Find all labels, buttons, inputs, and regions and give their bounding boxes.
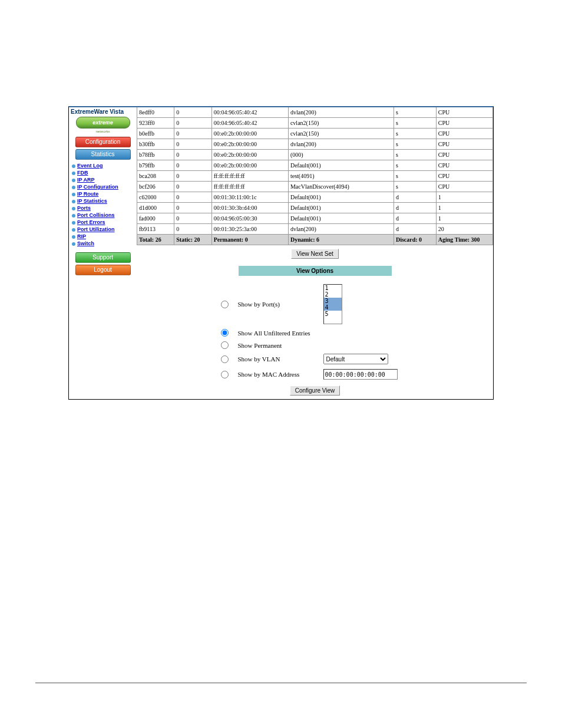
- mac-cell: ff:ff:ff:ff:ff:ff: [211, 171, 288, 182]
- logout-button[interactable]: Logout: [75, 265, 131, 275]
- col2-cell: 0: [174, 107, 211, 118]
- show-by-mac-label: Show by MAC Address: [238, 371, 318, 378]
- flag-cell: s: [394, 150, 436, 160]
- hash-cell: c62000: [137, 192, 174, 203]
- col2-cell: 0: [174, 224, 211, 235]
- bullet-icon: [72, 214, 75, 218]
- col2-cell: 0: [174, 182, 211, 192]
- nav-item-port-collisions[interactable]: Port Collisions: [71, 212, 135, 219]
- port-cell: CPU: [436, 160, 492, 171]
- col2-cell: 0: [174, 213, 211, 224]
- mac-cell: 00:01:30:25:3a:00: [211, 224, 288, 235]
- port-cell: 1: [436, 203, 492, 213]
- col2-cell: 0: [174, 192, 211, 203]
- nav-item-port-utilization[interactable]: Port Utilization: [71, 226, 135, 233]
- col2-cell: 0: [174, 171, 211, 182]
- flag-cell: d: [394, 213, 436, 224]
- mac-cell: 00:01:30:3b:d4:00: [211, 203, 288, 213]
- hash-cell: b78ffb: [137, 150, 174, 160]
- brand-logo-text: extreme: [76, 117, 130, 129]
- fdb-table: 8edff0000:04:96:05:40:42dvlan(200)sCPU92…: [137, 107, 493, 245]
- col2-cell: 0: [174, 139, 211, 150]
- nav-list: Event Log FDB IP ARP IP Configuration IP…: [71, 162, 135, 247]
- vlan-cell: cvlan2(150): [288, 118, 394, 129]
- port-cell: CPU: [436, 171, 492, 182]
- hash-cell: b0effb: [137, 129, 174, 139]
- table-row: b78ffb000:e0:2b:00:00:00(000)sCPU: [137, 150, 493, 160]
- bullet-icon: [72, 235, 75, 239]
- mac-address-input[interactable]: [323, 369, 398, 380]
- bullet-icon: [72, 207, 75, 210]
- mac-cell: 00:e0:2b:00:00:00: [211, 160, 288, 171]
- nav-item-ports[interactable]: Ports: [71, 205, 135, 212]
- port-cell: 1: [436, 213, 492, 224]
- port-option[interactable]: 3: [324, 298, 342, 304]
- hash-cell: b79ffb: [137, 160, 174, 171]
- hash-cell: 923ff0: [137, 118, 174, 129]
- nav-item-fdb[interactable]: FDB: [71, 169, 135, 176]
- bullet-icon: [72, 172, 75, 175]
- show-by-ports-label: Show by Port(s): [238, 301, 318, 308]
- vlan-select[interactable]: Default: [323, 354, 388, 364]
- flag-cell: d: [394, 224, 436, 235]
- vlan-cell: Default(001): [288, 213, 394, 224]
- port-option[interactable]: 4: [324, 304, 342, 311]
- nav-item-event-log[interactable]: Event Log: [71, 162, 135, 169]
- show-by-vlan-radio[interactable]: [221, 355, 229, 363]
- nav-item-ip-configuration[interactable]: IP Configuration: [71, 183, 135, 190]
- col2-cell: 0: [174, 129, 211, 139]
- configure-view-button[interactable]: Configure View: [290, 386, 340, 396]
- brand-logo: extreme: [71, 117, 135, 129]
- mac-cell: ff:ff:ff:ff:ff:ff: [211, 182, 288, 192]
- nav-item-port-errors[interactable]: Port Errors: [71, 219, 135, 226]
- vlan-cell: Default(001): [288, 203, 394, 213]
- nav-item-rip[interactable]: RIP: [71, 233, 135, 240]
- view-options-header: View Options: [239, 266, 392, 276]
- view-next-set-button[interactable]: View Next Set: [291, 249, 339, 259]
- brand-title: ExtremeWare Vista: [71, 108, 135, 115]
- show-all-radio[interactable]: [221, 329, 229, 337]
- show-all-label: Show All Unfiltered Entries: [238, 330, 310, 337]
- show-by-mac-radio[interactable]: [221, 371, 229, 378]
- bullet-icon: [72, 164, 75, 168]
- mac-cell: 00:e0:2b:00:00:00: [211, 139, 288, 150]
- table-row: c62000000:01:30:11:00:1cDefault(001)d1: [137, 192, 493, 203]
- flag-cell: s: [394, 118, 436, 129]
- summary-static: Static: 20: [174, 235, 211, 245]
- show-permanent-radio[interactable]: [221, 341, 229, 349]
- table-row: 8edff0000:04:96:05:40:42dvlan(200)sCPU: [137, 107, 493, 118]
- flag-cell: s: [394, 129, 436, 139]
- mac-cell: 00:e0:2b:00:00:00: [211, 150, 288, 160]
- support-button[interactable]: Support: [75, 252, 131, 263]
- bullet-icon: [72, 179, 75, 182]
- port-list-select[interactable]: 12345: [323, 284, 342, 324]
- table-row: 923ff0000:04:96:05:40:42cvlan2(150)sCPU: [137, 118, 493, 129]
- flag-cell: s: [394, 182, 436, 192]
- nav-item-ip-route[interactable]: IP Route: [71, 190, 135, 197]
- port-cell: CPU: [436, 139, 492, 150]
- port-option[interactable]: 5: [324, 311, 342, 317]
- table-row: bca2080ff:ff:ff:ff:ff:fftest(4091)sCPU: [137, 171, 493, 182]
- statistics-button[interactable]: Statistics: [75, 149, 131, 160]
- show-by-ports-radio[interactable]: [221, 301, 229, 308]
- page-divider: [35, 683, 527, 683]
- vlan-cell: dvlan(200): [288, 224, 394, 235]
- configuration-button[interactable]: Configuration: [75, 137, 131, 147]
- nav-item-ip-statistics[interactable]: IP Statistics: [71, 197, 135, 205]
- hash-cell: 8edff0: [137, 107, 174, 118]
- bullet-icon: [72, 193, 75, 196]
- main-panel: 8edff0000:04:96:05:40:42dvlan(200)sCPU92…: [137, 107, 493, 399]
- nav-item-switch[interactable]: Switch: [71, 240, 135, 247]
- vlan-cell: cvlan2(150): [288, 129, 394, 139]
- view-options: Show by Port(s) 12345 Show All Unfiltere…: [221, 282, 409, 382]
- brand-logo-sub: networks: [71, 130, 135, 133]
- port-cell: CPU: [436, 118, 492, 129]
- port-option[interactable]: 2: [324, 291, 342, 298]
- mac-cell: 00:e0:2b:00:00:00: [211, 129, 288, 139]
- nav-item-ip-arp[interactable]: IP ARP: [71, 176, 135, 183]
- vlan-cell: dvlan(200): [288, 139, 394, 150]
- col2-cell: 0: [174, 203, 211, 213]
- mac-cell: 00:04:96:05:40:42: [211, 107, 288, 118]
- table-row: b0effb000:e0:2b:00:00:00cvlan2(150)sCPU: [137, 129, 493, 139]
- port-option[interactable]: 1: [324, 285, 342, 291]
